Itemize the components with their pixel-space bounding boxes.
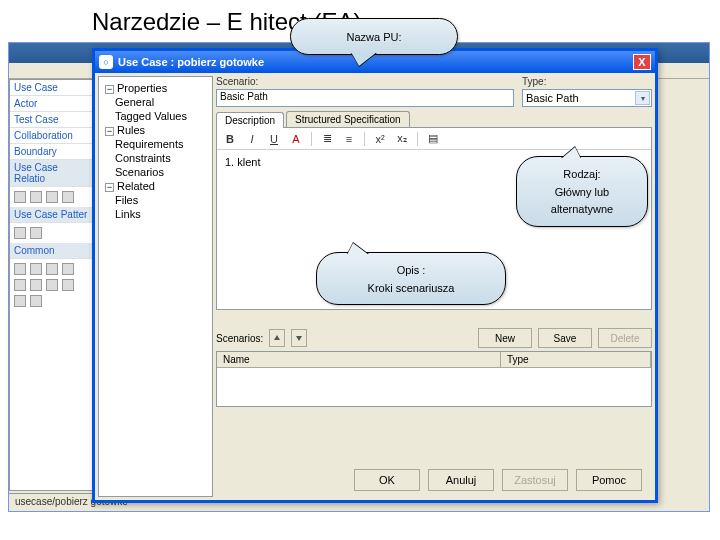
scenarios-label: Scenarios: [216,333,263,344]
bold-button[interactable]: B [221,131,239,147]
property-tree[interactable]: −Properties General Tagged Values −Rules… [98,76,213,497]
tree-node: −Related [101,179,210,193]
help-button[interactable]: Pomoc [576,469,642,491]
type-value: Basic Path [526,92,579,104]
toolbox-icons [10,259,92,311]
tab-structured-spec[interactable]: Structured Specification [286,111,410,127]
separator [311,132,312,146]
toolbox-item[interactable]: Actor [10,96,92,112]
callout-opis: Opis : Kroki scenariusza [316,252,506,305]
tree-node[interactable]: Links [101,207,210,221]
collapse-icon[interactable]: − [105,85,114,94]
separator [364,132,365,146]
apply-button[interactable]: Zastosuj [502,469,568,491]
insert-button[interactable]: ▤ [424,131,442,147]
cancel-button[interactable]: Anuluj [428,469,494,491]
toolbox-icons [10,223,92,243]
dialog-title: Use Case : pobierz gotowke [118,56,264,68]
tree-node[interactable]: General [101,95,210,109]
toolbox-pane: Use Case Actor Test Case Collaboration B… [9,79,93,491]
subscript-button[interactable]: x₂ [393,131,411,147]
column-name[interactable]: Name [217,352,501,368]
toolbox-item[interactable]: Test Case [10,112,92,128]
italic-button[interactable]: I [243,131,261,147]
delete-button[interactable]: Delete [598,328,652,348]
save-button[interactable]: Save [538,328,592,348]
toolbox-item[interactable]: Boundary [10,144,92,160]
move-down-button[interactable] [291,329,307,347]
font-color-button[interactable]: A [287,131,305,147]
column-type[interactable]: Type [501,352,651,368]
ok-button[interactable]: OK [354,469,420,491]
tree-node[interactable]: Scenarios [101,165,210,179]
callout-rodzaj: Rodzaj: Główny lub alternatywne [516,156,648,227]
toolbox-icons [10,187,92,207]
move-up-button[interactable] [269,329,285,347]
ea-right-pane [653,79,709,491]
editor-toolbar: B I U A ≣ ≡ x² x₂ ▤ [217,128,651,150]
tree-node[interactable]: Files [101,193,210,207]
collapse-icon[interactable]: − [105,183,114,192]
type-label: Type: [522,76,652,87]
tree-node: −Rules [101,123,210,137]
scenario-name-input[interactable]: Basic Path [216,89,514,107]
tab-description[interactable]: Description [216,112,284,128]
type-dropdown[interactable]: Basic Path ▾ [522,89,652,107]
collapse-icon[interactable]: − [105,127,114,136]
toolbox-section[interactable]: Use Case Relatio [10,160,92,187]
superscript-button[interactable]: x² [371,131,389,147]
tree-node[interactable]: Requirements [101,137,210,151]
tree-node[interactable]: Constraints [101,151,210,165]
new-button[interactable]: New [478,328,532,348]
scenarios-table[interactable]: Name Type [216,351,652,407]
bullet-list-button[interactable]: ≣ [318,131,336,147]
toolbox-section[interactable]: Common [10,243,92,259]
underline-button[interactable]: U [265,131,283,147]
tree-node[interactable]: Tagged Values [101,109,210,123]
toolbox-item[interactable]: Collaboration [10,128,92,144]
toolbox-section[interactable]: Use Case Patter [10,207,92,223]
tree-node: −Properties [101,81,210,95]
chevron-down-icon[interactable]: ▾ [635,91,650,105]
toolbox-item[interactable]: Use Case [10,80,92,96]
callout-nazwa-pu: Nazwa PU: [290,18,458,55]
scenario-label: Scenario: [216,76,514,87]
tab-strip: Description Structured Specification [216,111,652,128]
numbered-list-button[interactable]: ≡ [340,131,358,147]
use-case-icon: ○ [99,55,113,69]
separator [417,132,418,146]
close-button[interactable]: X [633,54,651,70]
